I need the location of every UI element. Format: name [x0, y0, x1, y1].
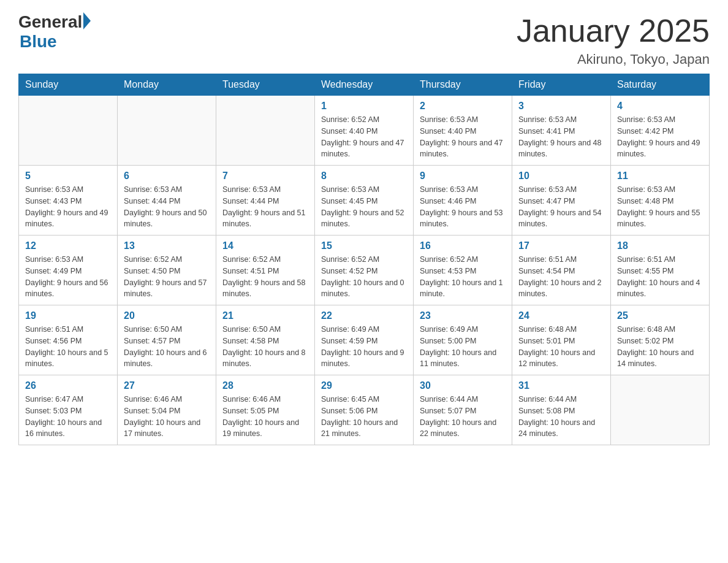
calendar-cell: 28Sunrise: 6:46 AM Sunset: 5:05 PM Dayli… — [216, 375, 315, 445]
weekday-header-monday: Monday — [118, 74, 216, 96]
calendar-cell: 17Sunrise: 6:51 AM Sunset: 4:54 PM Dayli… — [512, 236, 611, 305]
calendar-cell — [118, 96, 216, 166]
day-info: Sunrise: 6:51 AM Sunset: 4:55 PM Dayligh… — [617, 254, 703, 300]
calendar-cell: 30Sunrise: 6:44 AM Sunset: 5:07 PM Dayli… — [414, 375, 512, 445]
weekday-header-thursday: Thursday — [414, 74, 512, 96]
calendar-cell: 12Sunrise: 6:53 AM Sunset: 4:49 PM Dayli… — [19, 236, 118, 305]
week-row-5: 26Sunrise: 6:47 AM Sunset: 5:03 PM Dayli… — [19, 375, 710, 445]
calendar-cell: 4Sunrise: 6:53 AM Sunset: 4:42 PM Daylig… — [611, 96, 710, 166]
logo-arrow-icon — [83, 12, 91, 29]
calendar-cell: 3Sunrise: 6:53 AM Sunset: 4:41 PM Daylig… — [512, 96, 611, 166]
day-number: 16 — [420, 240, 506, 251]
calendar-cell: 8Sunrise: 6:53 AM Sunset: 4:45 PM Daylig… — [315, 166, 414, 236]
day-number: 24 — [518, 310, 604, 321]
calendar-cell: 10Sunrise: 6:53 AM Sunset: 4:47 PM Dayli… — [512, 166, 611, 236]
calendar-title: January 2025 — [517, 12, 710, 49]
day-info: Sunrise: 6:52 AM Sunset: 4:40 PM Dayligh… — [321, 114, 407, 160]
week-row-3: 12Sunrise: 6:53 AM Sunset: 4:49 PM Dayli… — [19, 236, 710, 305]
day-info: Sunrise: 6:44 AM Sunset: 5:07 PM Dayligh… — [420, 394, 506, 440]
calendar-cell: 6Sunrise: 6:53 AM Sunset: 4:44 PM Daylig… — [118, 166, 216, 236]
day-info: Sunrise: 6:53 AM Sunset: 4:47 PM Dayligh… — [518, 184, 604, 230]
page-header: General Blue January 2025 Akiruno, Tokyo… — [18, 12, 710, 67]
day-info: Sunrise: 6:49 AM Sunset: 5:00 PM Dayligh… — [420, 324, 506, 370]
day-number: 29 — [321, 380, 407, 391]
day-number: 10 — [518, 170, 604, 182]
calendar-cell — [216, 96, 315, 166]
day-info: Sunrise: 6:53 AM Sunset: 4:48 PM Dayligh… — [617, 184, 703, 230]
day-number: 18 — [617, 240, 703, 251]
day-number: 9 — [420, 170, 506, 182]
day-number: 3 — [518, 101, 604, 112]
day-number: 30 — [420, 380, 506, 391]
calendar-cell: 23Sunrise: 6:49 AM Sunset: 5:00 PM Dayli… — [414, 305, 512, 375]
weekday-header-row: SundayMondayTuesdayWednesdayThursdayFrid… — [19, 74, 710, 96]
day-info: Sunrise: 6:53 AM Sunset: 4:42 PM Dayligh… — [617, 114, 703, 160]
day-info: Sunrise: 6:53 AM Sunset: 4:44 PM Dayligh… — [124, 184, 210, 230]
day-info: Sunrise: 6:51 AM Sunset: 4:56 PM Dayligh… — [25, 324, 111, 370]
day-number: 13 — [124, 240, 210, 251]
weekday-header-wednesday: Wednesday — [315, 74, 414, 96]
day-number: 6 — [124, 170, 210, 182]
day-info: Sunrise: 6:53 AM Sunset: 4:45 PM Dayligh… — [321, 184, 407, 230]
day-info: Sunrise: 6:53 AM Sunset: 4:46 PM Dayligh… — [420, 184, 506, 230]
day-info: Sunrise: 6:50 AM Sunset: 4:57 PM Dayligh… — [124, 324, 210, 370]
day-number: 5 — [25, 170, 111, 182]
day-number: 26 — [25, 380, 111, 391]
logo-general: General — [18, 12, 82, 32]
logo: General Blue — [18, 12, 91, 52]
day-number: 8 — [321, 170, 407, 182]
calendar-cell: 31Sunrise: 6:44 AM Sunset: 5:08 PM Dayli… — [512, 375, 611, 445]
calendar-cell: 29Sunrise: 6:45 AM Sunset: 5:06 PM Dayli… — [315, 375, 414, 445]
day-number: 21 — [222, 310, 308, 321]
calendar-cell: 27Sunrise: 6:46 AM Sunset: 5:04 PM Dayli… — [118, 375, 216, 445]
day-info: Sunrise: 6:49 AM Sunset: 4:59 PM Dayligh… — [321, 324, 407, 370]
calendar-cell: 13Sunrise: 6:52 AM Sunset: 4:50 PM Dayli… — [118, 236, 216, 305]
day-number: 22 — [321, 310, 407, 321]
calendar-subtitle: Akiruno, Tokyo, Japan — [517, 52, 710, 67]
day-info: Sunrise: 6:52 AM Sunset: 4:50 PM Dayligh… — [124, 254, 210, 300]
week-row-1: 1Sunrise: 6:52 AM Sunset: 4:40 PM Daylig… — [19, 96, 710, 166]
day-number: 17 — [518, 240, 604, 251]
day-info: Sunrise: 6:48 AM Sunset: 5:02 PM Dayligh… — [617, 324, 703, 370]
calendar-cell — [19, 96, 118, 166]
day-number: 12 — [25, 240, 111, 251]
day-info: Sunrise: 6:46 AM Sunset: 5:04 PM Dayligh… — [124, 394, 210, 440]
day-info: Sunrise: 6:53 AM Sunset: 4:49 PM Dayligh… — [25, 254, 111, 300]
calendar-cell: 5Sunrise: 6:53 AM Sunset: 4:43 PM Daylig… — [19, 166, 118, 236]
calendar-cell: 26Sunrise: 6:47 AM Sunset: 5:03 PM Dayli… — [19, 375, 118, 445]
day-info: Sunrise: 6:47 AM Sunset: 5:03 PM Dayligh… — [25, 394, 111, 440]
calendar-cell: 16Sunrise: 6:52 AM Sunset: 4:53 PM Dayli… — [414, 236, 512, 305]
day-info: Sunrise: 6:48 AM Sunset: 5:01 PM Dayligh… — [518, 324, 604, 370]
day-number: 23 — [420, 310, 506, 321]
calendar-cell — [611, 375, 710, 445]
title-section: January 2025 Akiruno, Tokyo, Japan — [517, 12, 710, 67]
calendar-cell: 14Sunrise: 6:52 AM Sunset: 4:51 PM Dayli… — [216, 236, 315, 305]
calendar-cell: 24Sunrise: 6:48 AM Sunset: 5:01 PM Dayli… — [512, 305, 611, 375]
day-number: 25 — [617, 310, 703, 321]
calendar-cell: 15Sunrise: 6:52 AM Sunset: 4:52 PM Dayli… — [315, 236, 414, 305]
day-info: Sunrise: 6:53 AM Sunset: 4:44 PM Dayligh… — [222, 184, 308, 230]
calendar-cell: 19Sunrise: 6:51 AM Sunset: 4:56 PM Dayli… — [19, 305, 118, 375]
day-info: Sunrise: 6:53 AM Sunset: 4:41 PM Dayligh… — [518, 114, 604, 160]
calendar-cell: 22Sunrise: 6:49 AM Sunset: 4:59 PM Dayli… — [315, 305, 414, 375]
day-info: Sunrise: 6:52 AM Sunset: 4:51 PM Dayligh… — [222, 254, 308, 300]
day-info: Sunrise: 6:53 AM Sunset: 4:40 PM Dayligh… — [420, 114, 506, 160]
day-info: Sunrise: 6:51 AM Sunset: 4:54 PM Dayligh… — [518, 254, 604, 300]
day-number: 11 — [617, 170, 703, 182]
day-info: Sunrise: 6:46 AM Sunset: 5:05 PM Dayligh… — [222, 394, 308, 440]
logo-blue: Blue — [20, 32, 57, 51]
calendar-cell: 1Sunrise: 6:52 AM Sunset: 4:40 PM Daylig… — [315, 96, 414, 166]
day-info: Sunrise: 6:44 AM Sunset: 5:08 PM Dayligh… — [518, 394, 604, 440]
day-number: 31 — [518, 380, 604, 391]
day-number: 15 — [321, 240, 407, 251]
day-info: Sunrise: 6:50 AM Sunset: 4:58 PM Dayligh… — [222, 324, 308, 370]
calendar-cell: 18Sunrise: 6:51 AM Sunset: 4:55 PM Dayli… — [611, 236, 710, 305]
day-number: 27 — [124, 380, 210, 391]
day-number: 19 — [25, 310, 111, 321]
calendar-cell: 11Sunrise: 6:53 AM Sunset: 4:48 PM Dayli… — [611, 166, 710, 236]
day-info: Sunrise: 6:52 AM Sunset: 4:53 PM Dayligh… — [420, 254, 506, 300]
weekday-header-friday: Friday — [512, 74, 611, 96]
day-info: Sunrise: 6:53 AM Sunset: 4:43 PM Dayligh… — [25, 184, 111, 230]
calendar-cell: 20Sunrise: 6:50 AM Sunset: 4:57 PM Dayli… — [118, 305, 216, 375]
calendar-cell: 2Sunrise: 6:53 AM Sunset: 4:40 PM Daylig… — [414, 96, 512, 166]
